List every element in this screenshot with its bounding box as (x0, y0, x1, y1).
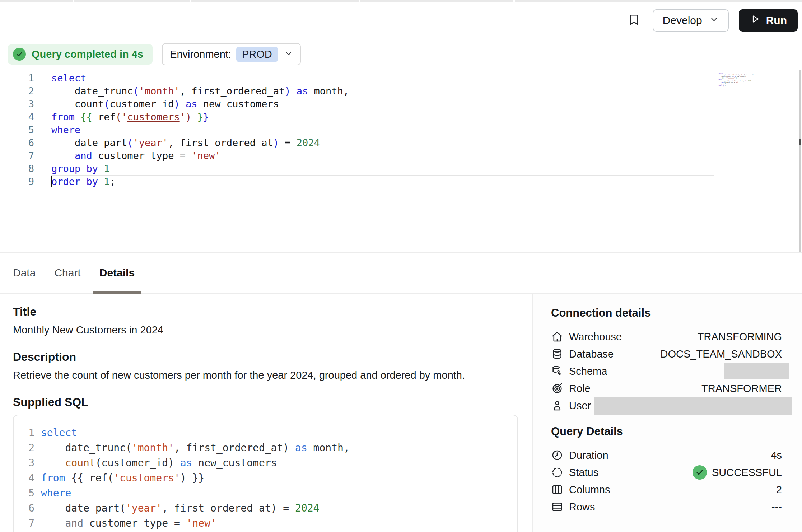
code-line: 2 date_trunc('month', first_ordered_at) … (14, 440, 517, 456)
line-number: 2 (14, 440, 34, 456)
query-label: Rows (569, 501, 595, 513)
develop-button-label: Develop (663, 14, 702, 27)
line-number: 2 (0, 85, 34, 98)
tab-details[interactable]: Details (99, 253, 135, 293)
user-icon (551, 400, 563, 412)
line-number: 1 (14, 425, 34, 440)
connection-row-database: DatabaseDOCS_TEAM_SANDBOX (551, 345, 782, 363)
environment-select[interactable]: Environment: PROD (162, 43, 301, 65)
code-line: 3 count(customer_id) as new_customers (0, 98, 802, 111)
query-row-status: StatusSUCCESSFUL (551, 464, 782, 481)
play-icon (750, 14, 760, 27)
connection-value-warehouse: TRANSFORMING (698, 331, 782, 343)
query-value-columns: 2 (776, 484, 782, 496)
success-check-icon (693, 465, 707, 480)
connection-label: Database (569, 348, 614, 360)
connection-value-database: DOCS_TEAM_SANDBOX (661, 348, 782, 360)
line-number: 3 (0, 98, 34, 111)
line-number: 3 (14, 456, 34, 471)
connection-details-rows: WarehouseTRANSFORMINGDatabaseDOCS_TEAM_S… (551, 328, 782, 414)
check-circle-icon (13, 48, 26, 61)
run-button-label: Run (766, 14, 787, 27)
line-number: 6 (14, 501, 34, 516)
tab-data[interactable]: Data (13, 253, 36, 293)
environment-value-pill: PROD (236, 47, 278, 62)
connection-row-role: RoleTRANSFORMER (551, 380, 782, 397)
query-details-rows: Duration4sStatusSUCCESSFULColumns2Rows--… (551, 447, 782, 515)
connection-label: Role (569, 383, 591, 395)
connection-row-schema: Schema (551, 363, 782, 380)
title-heading: Title (13, 305, 518, 318)
query-label: Columns (569, 484, 610, 496)
develop-button[interactable]: Develop (653, 9, 729, 32)
code-line: 3 count(customer_id) as new_customers (14, 456, 517, 471)
code-line: 7 and customer_type = 'new' (0, 149, 802, 162)
query-row-rows: Rows--- (551, 498, 782, 515)
connection-label: Warehouse (569, 331, 622, 343)
line-number: 5 (14, 486, 34, 501)
details-panel: Title Monthly New Customers in 2024 Desc… (0, 294, 802, 532)
query-value-rows: --- (771, 501, 782, 513)
line-number: 5 (0, 123, 34, 136)
clock-icon (551, 449, 563, 461)
code-line: 8group by 1 (0, 162, 802, 175)
redacted-value (724, 363, 789, 379)
line-number: 1 (0, 72, 34, 85)
connection-details-heading: Connection details (551, 307, 782, 319)
line-number: 4 (0, 111, 34, 123)
columns-icon (551, 484, 563, 496)
connection-value-role: TRANSFORMER (701, 383, 782, 395)
text-cursor (51, 176, 52, 187)
query-details-heading: Query Details (551, 425, 782, 438)
tab-chart[interactable]: Chart (54, 253, 80, 293)
code-line: 5where (0, 123, 802, 136)
connection-label: User (569, 400, 591, 412)
editor-lines: 1select2 date_trunc('month', first_order… (0, 72, 802, 188)
line-number: 9 (0, 175, 34, 188)
bookmark-icon (628, 13, 640, 28)
sql-code-editor[interactable]: 1select2 date_trunc('month', first_order… (0, 68, 802, 252)
status-banner-row: Query completed in 4s Environment: PROD (0, 40, 802, 68)
query-value-duration: 4s (771, 449, 782, 461)
line-number: 8 (0, 162, 34, 175)
database-icon (551, 348, 563, 360)
description-value: Retrieve the count of new customers per … (13, 369, 518, 381)
environment-label: Environment: (170, 48, 231, 60)
code-line: 9order by 1; (0, 175, 802, 188)
code-line: 6 date_part('year', first_ordered_at) = … (0, 136, 802, 149)
result-tabs: DataChartDetails (0, 252, 802, 294)
bookmark-button[interactable] (624, 10, 644, 31)
supplied-sql-code-block: 1select2 date_trunc('month', first_order… (13, 415, 518, 532)
code-line: 1select (14, 425, 517, 440)
line-number: 7 (14, 516, 34, 531)
connection-value-schema (724, 363, 782, 379)
title-value: Monthly New Customers in 2024 (13, 324, 518, 336)
code-line: 7 and customer_type = 'new' (14, 516, 517, 531)
supplied-sql-heading: Supplied SQL (13, 396, 518, 409)
query-status-badge: Query completed in 4s (8, 44, 153, 65)
warehouse-icon (551, 331, 563, 343)
query-editor-app: Develop Run Query completed i (0, 0, 802, 532)
code-line: 2 date_trunc('month', first_ordered_at) … (0, 85, 802, 98)
query-status-text: Query completed in 4s (32, 48, 143, 60)
query-label: Status (569, 467, 598, 479)
details-side-column: Connection details WarehouseTRANSFORMING… (532, 294, 802, 532)
details-main-column: Title Monthly New Customers in 2024 Desc… (0, 294, 532, 532)
query-label: Duration (569, 449, 609, 461)
description-heading: Description (13, 350, 518, 364)
line-number: 4 (14, 471, 34, 486)
code-line: 4from {{ ref('customers') }} (0, 111, 802, 123)
code-line: 4from {{ ref('customers') }} (14, 471, 517, 486)
query-value-status: SUCCESSFUL (693, 465, 782, 480)
query-row-columns: Columns2 (551, 481, 782, 498)
chevron-down-icon (278, 48, 293, 60)
query-row-duration: Duration4s (551, 447, 782, 464)
code-line: 5where (14, 486, 517, 501)
toolbar: Develop Run (0, 2, 802, 39)
run-button[interactable]: Run (739, 9, 798, 32)
code-line: 6 date_part('year', first_ordered_at) = … (14, 501, 517, 516)
role-icon (551, 382, 563, 395)
schema-icon (551, 365, 563, 377)
redacted-value (594, 397, 792, 415)
line-number: 7 (0, 149, 34, 162)
